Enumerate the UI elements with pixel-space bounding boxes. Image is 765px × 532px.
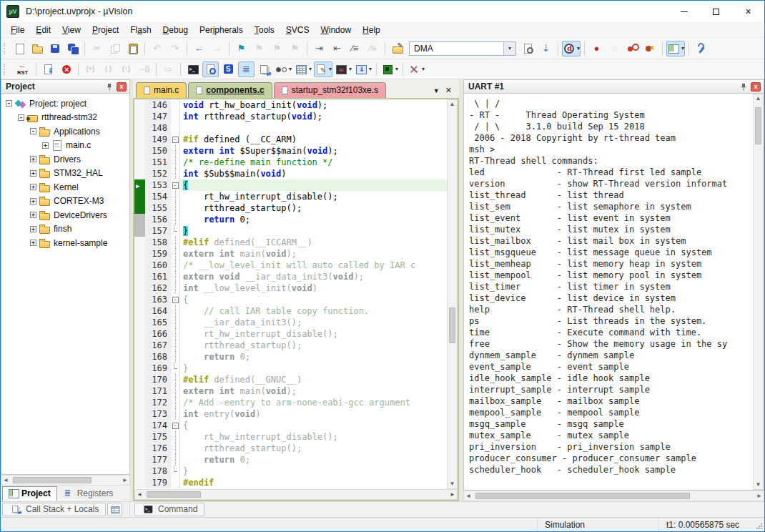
analysis-window-button[interactable]: ▾ [334, 61, 352, 77]
menu-tools[interactable]: Tools [249, 23, 280, 37]
chevron-down-icon[interactable]: ▾ [503, 42, 515, 55]
scroll-up-icon[interactable]: ▲ [756, 96, 761, 102]
menu-edit[interactable]: Edit [30, 23, 56, 37]
fold-collapse-icon[interactable]: - [172, 137, 179, 143]
memory-dock-button[interactable] [107, 503, 122, 516]
target-select[interactable]: DMA▾ [409, 41, 516, 56]
show-next-statement-button[interactable]: ⇨ [160, 61, 177, 77]
chevron-down-icon[interactable]: ▾ [309, 66, 312, 72]
serial-window-button[interactable]: ▾ [314, 61, 332, 77]
scroll-thumb[interactable] [475, 493, 690, 499]
chevron-down-icon[interactable]: ▾ [369, 66, 372, 72]
find-in-files-folder-button[interactable] [389, 41, 405, 56]
tree-item-finsh[interactable]: +finsh [1, 222, 129, 237]
tree-item-stm32-hal[interactable]: +STM32_HAL [1, 167, 129, 181]
scroll-thumb[interactable] [449, 307, 455, 343]
redo-button[interactable]: ↷ [167, 41, 183, 56]
scroll-right-icon[interactable]: ► [756, 493, 762, 499]
toolbar-grip[interactable] [4, 64, 7, 75]
tab-registers[interactable]: ≣Registers [58, 486, 120, 501]
tree-item-project-project[interactable]: -Project: project [1, 97, 129, 111]
project-hscrollbar[interactable]: ◄ ► [1, 475, 130, 486]
uart-terminal[interactable]: \ | /- RT - Thread Operating System / | … [464, 94, 753, 490]
expand-icon[interactable]: + [30, 240, 36, 246]
window-layout-button[interactable]: ▾ [666, 41, 685, 56]
toggle-bookmark-button[interactable]: ⚑ [233, 41, 250, 56]
document-tab-main-c[interactable]: main.c [136, 82, 187, 98]
uart-vscrollbar[interactable]: ▲ ▼ [753, 94, 764, 490]
menu-view[interactable]: View [56, 23, 87, 37]
open-folder-button[interactable] [29, 41, 45, 56]
code-viewport[interactable]: 146void rt_hw_board_init(void);147int rt… [134, 99, 447, 489]
symbols-window-button[interactable] [220, 61, 237, 77]
expand-icon[interactable]: + [30, 184, 36, 190]
chevron-down-icon[interactable]: ▾ [681, 45, 684, 51]
expand-icon[interactable]: + [30, 170, 36, 177]
fold-collapse-icon[interactable]: - [172, 182, 179, 189]
nav-forward-button[interactable]: → [209, 41, 225, 56]
tree-item-cortex-m3[interactable]: +CORTEX-M3 [1, 194, 129, 209]
scroll-left-icon[interactable]: ◄ [465, 493, 471, 499]
run-to-cursor-button[interactable]: →{} [136, 61, 152, 77]
tab-list-icon[interactable]: ▼ [433, 87, 440, 94]
document-tab-components-c[interactable]: components.c [188, 82, 272, 98]
chevron-down-icon[interactable]: ▾ [577, 45, 580, 51]
scroll-up-icon[interactable]: ▲ [450, 102, 455, 107]
prev-bookmark-button[interactable]: ⚑ [251, 41, 267, 56]
undo-button[interactable]: ↶ [149, 41, 165, 56]
editor-hscrollbar[interactable]: ◄ ► [134, 489, 458, 500]
expand-icon[interactable]: + [30, 226, 36, 232]
callstack-tab[interactable]: Call Stack + Locals [2, 503, 106, 516]
step-button[interactable]: {+} [82, 61, 99, 77]
run-button[interactable] [40, 61, 56, 77]
scroll-thumb[interactable] [147, 491, 201, 498]
menu-svcs[interactable]: SVCS [280, 23, 315, 37]
scroll-thumb[interactable] [755, 107, 761, 144]
kill-all-breakpoints-button[interactable] [642, 41, 658, 56]
menu-project[interactable]: Project [87, 23, 124, 37]
pin-icon[interactable] [104, 82, 114, 92]
toolbar-grip[interactable] [4, 43, 7, 54]
save-all-button[interactable] [64, 41, 81, 56]
collapse-icon[interactable]: - [6, 100, 12, 107]
outdent-button[interactable]: ⇤ [329, 41, 345, 56]
tab-project[interactable]: Project [2, 486, 57, 501]
collapse-icon[interactable]: - [18, 114, 24, 121]
resize-grip[interactable] [753, 518, 764, 531]
tree-item-devicedrivers[interactable]: +DeviceDrivers [1, 208, 129, 222]
step-over-button[interactable]: { } [100, 61, 117, 77]
menu-peripherals[interactable]: Peripherals [194, 23, 249, 37]
tree-item-kernel[interactable]: +Kernel [1, 180, 129, 194]
scroll-down-icon[interactable]: ▼ [450, 481, 455, 487]
maximize-button[interactable] [700, 1, 732, 22]
uncomment-button[interactable]: ∕≡ [365, 41, 381, 56]
trace-window-button[interactable]: ▾ [354, 61, 372, 77]
menu-help[interactable]: Help [357, 23, 386, 37]
menu-window[interactable]: Window [315, 23, 357, 37]
tree-item-rtthread-stm32[interactable]: -rtthread-stm32 [1, 111, 129, 125]
comment-button[interactable]: ∕≡ [347, 41, 363, 56]
scroll-left-icon[interactable]: ◄ [137, 492, 142, 498]
registers-window-button[interactable]: ≣ [238, 61, 255, 77]
sysviewer-window-button[interactable]: ▾ [380, 61, 399, 77]
enable-breakpoint-button[interactable]: ○ [606, 41, 623, 56]
clear-bookmarks-button[interactable]: ⚑ [287, 41, 303, 56]
tree-item-kernel-sample[interactable]: +kernel-sample [1, 236, 129, 250]
disassembly-window-button[interactable] [202, 61, 219, 77]
project-tree[interactable]: -Project: project-rtthread-stm32-Applica… [1, 94, 130, 475]
reset-button[interactable] [11, 61, 32, 77]
editor-vscrollbar[interactable]: ▲ ▼ [447, 99, 458, 489]
chevron-down-icon[interactable]: ▾ [422, 66, 425, 72]
uart-hscrollbar[interactable]: ◄ ► [463, 491, 764, 501]
expand-icon[interactable]: + [30, 212, 36, 218]
chevron-down-icon[interactable]: ▾ [289, 66, 292, 72]
command-tab[interactable]: Command [134, 503, 204, 516]
watch-window-button[interactable]: ▾ [274, 61, 292, 77]
paste-button[interactable] [124, 41, 141, 56]
close-icon[interactable]: x [117, 82, 127, 92]
scroll-down-icon[interactable]: ▼ [756, 482, 761, 488]
menu-flash[interactable]: Flash [124, 23, 157, 37]
menu-file[interactable]: File [5, 23, 30, 37]
save-button[interactable] [46, 41, 63, 56]
expand-icon[interactable]: + [30, 198, 36, 205]
